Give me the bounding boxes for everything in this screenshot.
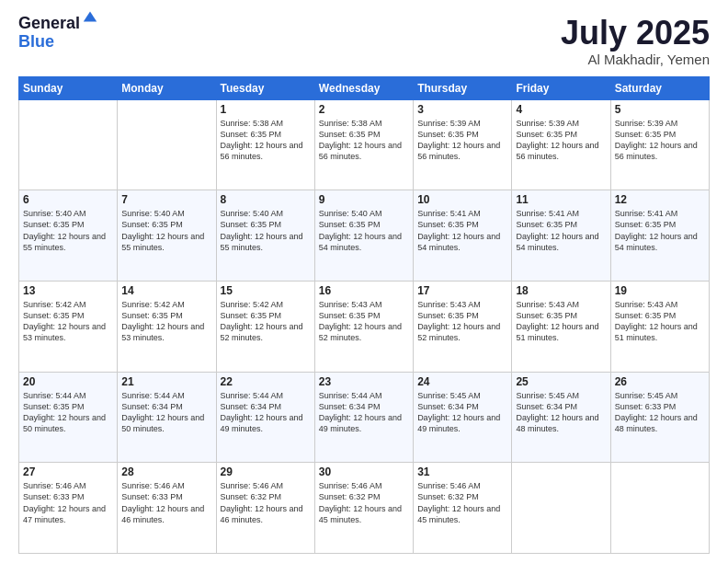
calendar-cell: 31Sunrise: 5:46 AM Sunset: 6:32 PM Dayli… [414,463,512,554]
calendar-cell: 26Sunrise: 5:45 AM Sunset: 6:33 PM Dayli… [610,372,709,463]
calendar-cell: 19Sunrise: 5:43 AM Sunset: 6:35 PM Dayli… [610,281,709,372]
day-number: 5 [615,103,705,116]
calendar-cell: 4Sunrise: 5:39 AM Sunset: 6:35 PM Daylig… [512,99,610,190]
day-number: 22 [221,375,311,388]
calendar-cell: 20Sunrise: 5:44 AM Sunset: 6:35 PM Dayli… [19,372,118,463]
svg-marker-0 [84,11,97,21]
day-number: 29 [221,465,311,478]
day-number: 25 [516,375,606,388]
col-header-saturday: Saturday [610,76,709,99]
day-info: Sunrise: 5:46 AM Sunset: 6:33 PM Dayligh… [23,480,113,525]
calendar-cell [118,99,216,190]
day-number: 2 [319,103,409,116]
day-info: Sunrise: 5:41 AM Sunset: 6:35 PM Dayligh… [516,208,606,253]
day-info: Sunrise: 5:44 AM Sunset: 6:35 PM Dayligh… [23,390,113,435]
day-number: 14 [121,284,211,297]
calendar-table: SundayMondayTuesdayWednesdayThursdayFrid… [18,76,710,554]
day-info: Sunrise: 5:42 AM Sunset: 6:35 PM Dayligh… [121,299,211,344]
day-number: 15 [221,284,311,297]
col-header-wednesday: Wednesday [314,76,413,99]
day-number: 7 [121,193,211,206]
col-header-friday: Friday [512,76,610,99]
day-info: Sunrise: 5:46 AM Sunset: 6:32 PM Dayligh… [319,480,409,525]
calendar-week-row: 1Sunrise: 5:38 AM Sunset: 6:35 PM Daylig… [19,99,710,190]
day-number: 16 [319,284,409,297]
day-number: 23 [319,375,409,388]
calendar-cell: 13Sunrise: 5:42 AM Sunset: 6:35 PM Dayli… [19,281,118,372]
day-info: Sunrise: 5:39 AM Sunset: 6:35 PM Dayligh… [417,118,507,163]
calendar-cell: 2Sunrise: 5:38 AM Sunset: 6:35 PM Daylig… [314,99,413,190]
day-info: Sunrise: 5:39 AM Sunset: 6:35 PM Dayligh… [615,118,705,163]
calendar-cell: 15Sunrise: 5:42 AM Sunset: 6:35 PM Dayli… [216,281,314,372]
day-info: Sunrise: 5:43 AM Sunset: 6:35 PM Dayligh… [516,299,606,344]
day-number: 31 [417,465,507,478]
col-header-tuesday: Tuesday [216,76,314,99]
day-number: 21 [121,375,211,388]
calendar-cell: 11Sunrise: 5:41 AM Sunset: 6:35 PM Dayli… [512,190,610,282]
day-info: Sunrise: 5:41 AM Sunset: 6:35 PM Dayligh… [417,208,507,253]
calendar-cell: 10Sunrise: 5:41 AM Sunset: 6:35 PM Dayli… [414,190,512,282]
logo-blue-text: Blue [18,33,98,52]
day-info: Sunrise: 5:43 AM Sunset: 6:35 PM Dayligh… [615,299,705,344]
calendar-cell: 6Sunrise: 5:40 AM Sunset: 6:35 PM Daylig… [19,190,118,282]
day-number: 12 [615,193,705,206]
logo-icon [82,8,98,25]
calendar-cell: 22Sunrise: 5:44 AM Sunset: 6:34 PM Dayli… [216,372,314,463]
calendar-location: Al Makhadir, Yemen [561,52,710,67]
day-number: 20 [23,375,113,388]
day-info: Sunrise: 5:39 AM Sunset: 6:35 PM Dayligh… [516,118,606,163]
day-number: 11 [516,193,606,206]
logo: General Blue [18,15,98,52]
day-number: 6 [23,193,113,206]
day-info: Sunrise: 5:43 AM Sunset: 6:35 PM Dayligh… [417,299,507,344]
calendar-cell: 17Sunrise: 5:43 AM Sunset: 6:35 PM Dayli… [414,281,512,372]
calendar-week-row: 27Sunrise: 5:46 AM Sunset: 6:33 PM Dayli… [19,463,710,554]
day-info: Sunrise: 5:44 AM Sunset: 6:34 PM Dayligh… [221,390,311,435]
calendar-cell: 5Sunrise: 5:39 AM Sunset: 6:35 PM Daylig… [610,99,709,190]
day-info: Sunrise: 5:44 AM Sunset: 6:34 PM Dayligh… [121,390,211,435]
day-info: Sunrise: 5:38 AM Sunset: 6:35 PM Dayligh… [221,118,311,163]
day-info: Sunrise: 5:40 AM Sunset: 6:35 PM Dayligh… [121,208,211,253]
col-header-thursday: Thursday [414,76,512,99]
logo-general-text: General [18,15,80,33]
col-header-sunday: Sunday [19,76,118,99]
calendar-cell: 21Sunrise: 5:44 AM Sunset: 6:34 PM Dayli… [118,372,216,463]
calendar-header-row: SundayMondayTuesdayWednesdayThursdayFrid… [19,76,710,99]
day-number: 18 [516,284,606,297]
day-number: 19 [615,284,705,297]
day-info: Sunrise: 5:38 AM Sunset: 6:35 PM Dayligh… [319,118,409,163]
day-info: Sunrise: 5:40 AM Sunset: 6:35 PM Dayligh… [221,208,311,253]
day-number: 26 [615,375,705,388]
day-number: 1 [221,103,311,116]
day-info: Sunrise: 5:40 AM Sunset: 6:35 PM Dayligh… [319,208,409,253]
day-number: 24 [417,375,507,388]
calendar-cell: 1Sunrise: 5:38 AM Sunset: 6:35 PM Daylig… [216,99,314,190]
calendar-cell [512,463,610,554]
calendar-cell: 24Sunrise: 5:45 AM Sunset: 6:34 PM Dayli… [414,372,512,463]
day-number: 28 [121,465,211,478]
calendar-cell: 8Sunrise: 5:40 AM Sunset: 6:35 PM Daylig… [216,190,314,282]
calendar-cell [19,99,118,190]
page-header: General Blue July 2025 Al Makhadir, Yeme… [18,15,710,67]
title-block: July 2025 Al Makhadir, Yemen [561,15,710,67]
calendar-cell: 30Sunrise: 5:46 AM Sunset: 6:32 PM Dayli… [314,463,413,554]
day-info: Sunrise: 5:45 AM Sunset: 6:34 PM Dayligh… [516,390,606,435]
calendar-cell: 14Sunrise: 5:42 AM Sunset: 6:35 PM Dayli… [118,281,216,372]
day-info: Sunrise: 5:44 AM Sunset: 6:34 PM Dayligh… [319,390,409,435]
calendar-week-row: 20Sunrise: 5:44 AM Sunset: 6:35 PM Dayli… [19,372,710,463]
day-number: 13 [23,284,113,297]
day-number: 17 [417,284,507,297]
calendar-cell: 16Sunrise: 5:43 AM Sunset: 6:35 PM Dayli… [314,281,413,372]
calendar-cell: 25Sunrise: 5:45 AM Sunset: 6:34 PM Dayli… [512,372,610,463]
calendar-cell: 29Sunrise: 5:46 AM Sunset: 6:32 PM Dayli… [216,463,314,554]
calendar-cell: 3Sunrise: 5:39 AM Sunset: 6:35 PM Daylig… [414,99,512,190]
day-info: Sunrise: 5:42 AM Sunset: 6:35 PM Dayligh… [221,299,311,344]
calendar-cell: 7Sunrise: 5:40 AM Sunset: 6:35 PM Daylig… [118,190,216,282]
calendar-week-row: 6Sunrise: 5:40 AM Sunset: 6:35 PM Daylig… [19,190,710,282]
day-info: Sunrise: 5:46 AM Sunset: 6:32 PM Dayligh… [221,480,311,525]
calendar-week-row: 13Sunrise: 5:42 AM Sunset: 6:35 PM Dayli… [19,281,710,372]
day-info: Sunrise: 5:40 AM Sunset: 6:35 PM Dayligh… [23,208,113,253]
day-info: Sunrise: 5:46 AM Sunset: 6:32 PM Dayligh… [417,480,507,525]
day-info: Sunrise: 5:42 AM Sunset: 6:35 PM Dayligh… [23,299,113,344]
col-header-monday: Monday [118,76,216,99]
